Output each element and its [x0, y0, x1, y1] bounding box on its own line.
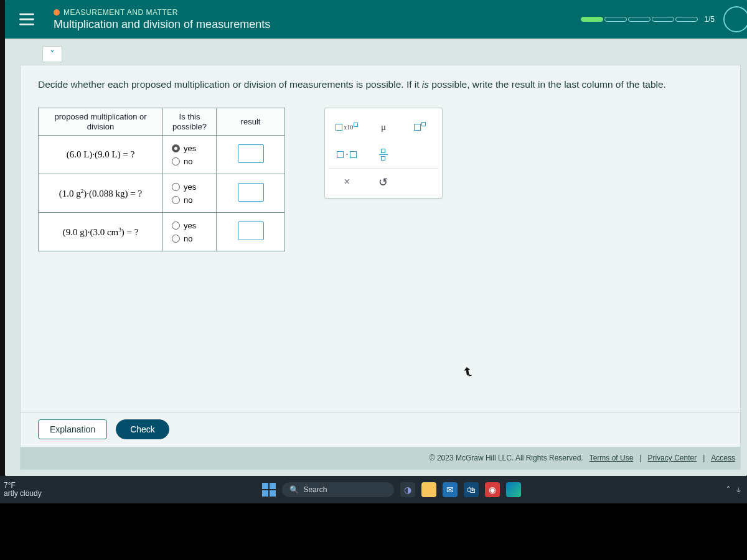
- table-row: (1.0 g2)·(0.088 kg) = ? yes no: [39, 174, 285, 213]
- radio-icon: [172, 183, 180, 191]
- taskbar-edge[interactable]: [506, 482, 521, 497]
- taskbar-weather[interactable]: 7°F artly cloudy: [0, 482, 56, 498]
- collapse-toggle[interactable]: ˅: [42, 46, 62, 62]
- privacy-link[interactable]: Privacy Center: [647, 454, 697, 462]
- taskbar-mail[interactable]: ✉: [443, 482, 458, 497]
- prompt-post: possible, write the result in the last c…: [429, 79, 666, 90]
- search-icon: 🔍: [289, 485, 299, 494]
- breadcrumb-dot-icon: [54, 9, 60, 16]
- symbol-palette: x10 μ ·: [324, 108, 443, 198]
- radio-yes[interactable]: yes: [172, 182, 196, 192]
- x10-label: x10: [344, 124, 353, 131]
- palette-mu[interactable]: μ: [372, 116, 395, 138]
- weather-desc: artly cloudy: [4, 490, 56, 498]
- explanation-button[interactable]: Explanation: [38, 419, 107, 439]
- placeholder-box-icon: [381, 156, 385, 161]
- check-button[interactable]: Check: [116, 419, 169, 439]
- tray-wifi-icon[interactable]: ⏚: [736, 485, 741, 494]
- expression-cell: (9.0 g)·(3.0 cm3) = ?: [39, 213, 163, 251]
- question-panel: Decide whether each proposed multiplicat…: [20, 65, 741, 470]
- progress-seg: [628, 17, 651, 22]
- chevron-down-icon: ˅: [50, 49, 55, 60]
- col-header-result: result: [217, 108, 285, 136]
- app-header: MEASUREMENT AND MATTER Multiplication an…: [5, 0, 747, 39]
- radio-icon: [172, 222, 180, 230]
- radio-icon: [172, 196, 180, 204]
- expression-cell: (6.0 L)·(9.0 L) = ?: [39, 136, 163, 174]
- radio-icon: [172, 144, 180, 152]
- result-input[interactable]: [238, 183, 264, 202]
- palette-sci-notation[interactable]: x10: [335, 116, 359, 138]
- radio-label: no: [184, 195, 192, 205]
- placeholder-box-icon: [421, 122, 426, 126]
- placeholder-box-icon: [354, 123, 358, 127]
- radio-label: yes: [184, 144, 196, 153]
- progress-seg: [652, 17, 674, 22]
- result-input[interactable]: [238, 222, 264, 240]
- radio-no[interactable]: no: [172, 195, 192, 205]
- taskbar-camera[interactable]: ◉: [485, 482, 500, 497]
- placeholder-box-icon: [381, 149, 385, 153]
- tray-chevron-icon[interactable]: ˄: [726, 485, 730, 494]
- breadcrumb-label: MEASUREMENT AND MATTER: [63, 8, 178, 17]
- search-placeholder: Search: [304, 485, 327, 494]
- palette-clear[interactable]: ×: [335, 172, 359, 193]
- progress-indicator: 1/5: [580, 0, 747, 39]
- terms-link[interactable]: Terms of Use: [590, 454, 634, 462]
- radio-label: no: [184, 157, 192, 166]
- start-button[interactable]: [262, 483, 276, 497]
- palette-superscript[interactable]: [408, 116, 432, 138]
- dot-label: ·: [345, 149, 348, 160]
- taskbar-widgets[interactable]: ◑: [400, 482, 415, 497]
- palette-fraction[interactable]: [372, 144, 395, 165]
- accessibility-link[interactable]: Access: [711, 454, 735, 462]
- taskbar-explorer[interactable]: [421, 482, 436, 497]
- col-header-expr: proposed multiplication or division: [39, 108, 163, 136]
- radio-icon: [172, 157, 180, 166]
- measurement-table: proposed multiplication or division Is t…: [38, 108, 285, 251]
- mouse-cursor-icon: ⮬: [461, 363, 476, 379]
- palette-multiply[interactable]: ·: [335, 144, 359, 165]
- palette-undo[interactable]: ↺: [372, 172, 395, 193]
- close-icon: ×: [344, 175, 350, 189]
- copyright-text: © 2023 McGraw Hill LLC. All Rights Reser…: [430, 454, 583, 462]
- placeholder-box-icon: [337, 151, 344, 158]
- progress-count: 1/5: [704, 15, 715, 24]
- fraction-bar-icon: [379, 154, 388, 155]
- col-header-possible: Is this possible?: [163, 108, 217, 136]
- radio-label: yes: [184, 221, 196, 230]
- taskbar-search[interactable]: 🔍 Search: [282, 482, 394, 497]
- placeholder-box-icon: [350, 151, 357, 158]
- radio-no[interactable]: no: [172, 234, 192, 243]
- menu-button[interactable]: [5, 0, 49, 39]
- prompt-italic: is: [422, 79, 429, 90]
- radio-yes[interactable]: yes: [172, 144, 196, 153]
- table-row: (6.0 L)·(9.0 L) = ? yes no: [39, 136, 285, 174]
- footer-sep: |: [703, 454, 705, 462]
- radio-yes[interactable]: yes: [172, 221, 196, 230]
- prompt-pre: Decide whether each proposed multiplicat…: [38, 79, 422, 90]
- radio-label: yes: [184, 182, 196, 192]
- monitor-bezel: [0, 503, 747, 560]
- progress-seg: [675, 17, 698, 22]
- result-input[interactable]: [238, 144, 264, 163]
- footer-bar: © 2023 McGraw Hill LLC. All Rights Reser…: [21, 447, 740, 469]
- undo-icon: ↺: [378, 175, 388, 189]
- expression-cell: (1.0 g2)·(0.088 kg) = ?: [39, 174, 163, 213]
- user-avatar[interactable]: [723, 6, 747, 32]
- placeholder-box-icon: [414, 124, 421, 131]
- radio-no[interactable]: no: [172, 157, 192, 166]
- windows-taskbar: 7°F artly cloudy 🔍 Search ◑ ✉ 🛍 ◉ ˄ ⏚: [0, 476, 747, 503]
- breadcrumb: MEASUREMENT AND MATTER: [54, 8, 580, 17]
- question-prompt: Decide whether each proposed multiplicat…: [38, 79, 723, 90]
- page-title: Multiplication and division of measureme…: [54, 18, 580, 31]
- mu-label: μ: [381, 122, 386, 133]
- taskbar-store[interactable]: 🛍: [464, 482, 479, 497]
- radio-label: no: [184, 234, 192, 243]
- progress-seg: [581, 17, 603, 22]
- progress-seg: [604, 17, 627, 22]
- placeholder-box-icon: [336, 124, 342, 131]
- radio-icon: [172, 235, 180, 243]
- footer-sep: |: [639, 454, 641, 462]
- hamburger-icon: [18, 11, 35, 28]
